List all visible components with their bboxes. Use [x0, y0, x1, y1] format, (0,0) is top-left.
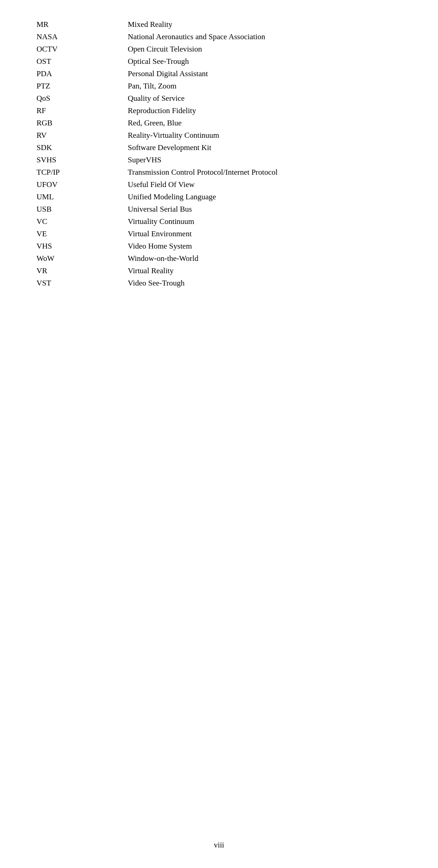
- table-row: RVReality-Virtuality Continuum: [36, 129, 402, 141]
- table-row: RGBRed, Green, Blue: [36, 117, 402, 129]
- table-row: VHSVideo Home System: [36, 240, 402, 252]
- acronym-abbr: VR: [36, 265, 128, 277]
- acronym-abbr: RV: [36, 129, 128, 141]
- table-row: UMLUnified Modeling Language: [36, 191, 402, 203]
- acronym-abbr: TCP/IP: [36, 166, 128, 178]
- acronym-definition: Useful Field Of View: [128, 178, 402, 191]
- acronym-definition: Universal Serial Bus: [128, 203, 402, 215]
- acronym-abbr: VE: [36, 228, 128, 240]
- table-row: RFReproduction Fidelity: [36, 104, 402, 117]
- acronym-abbr: UML: [36, 191, 128, 203]
- acronym-abbr: SVHS: [36, 154, 128, 166]
- acronym-definition: SuperVHS: [128, 154, 402, 166]
- acronym-abbr: PDA: [36, 68, 128, 80]
- acronym-abbr: VHS: [36, 240, 128, 252]
- acronym-definition: Pan, Tilt, Zoom: [128, 80, 402, 92]
- table-row: WoWWindow-on-the-World: [36, 252, 402, 265]
- table-row: SDKSoftware Development Kit: [36, 141, 402, 154]
- acronym-definition: Video See-Trough: [128, 277, 402, 289]
- acronym-abbr: VST: [36, 277, 128, 289]
- page-number: viii: [214, 841, 224, 850]
- table-row: UFOVUseful Field Of View: [36, 178, 402, 191]
- acronym-definition: Mixed Reality: [128, 18, 402, 31]
- acronym-definition: Virtuality Continuum: [128, 215, 402, 228]
- table-row: VRVirtual Reality: [36, 265, 402, 277]
- acronym-abbr: OST: [36, 55, 128, 68]
- acronym-abbr: PTZ: [36, 80, 128, 92]
- acronym-definition: Open Circuit Television: [128, 43, 402, 55]
- acronym-definition: Virtual Reality: [128, 265, 402, 277]
- acronym-definition: Optical See-Trough: [128, 55, 402, 68]
- acronym-abbr: RGB: [36, 117, 128, 129]
- table-row: VEVirtual Environment: [36, 228, 402, 240]
- acronym-abbr: RF: [36, 104, 128, 117]
- table-row: OCTVOpen Circuit Television: [36, 43, 402, 55]
- page-content: MRMixed RealityNASANational Aeronautics …: [0, 0, 438, 326]
- acronym-definition: Reality-Virtuality Continuum: [128, 129, 402, 141]
- acronym-abbr: WoW: [36, 252, 128, 265]
- acronym-abbr: UFOV: [36, 178, 128, 191]
- table-row: VSTVideo See-Trough: [36, 277, 402, 289]
- acronym-abbr: NASA: [36, 31, 128, 43]
- acronym-abbr: OCTV: [36, 43, 128, 55]
- acronym-definition: Transmission Control Protocol/Internet P…: [128, 166, 402, 178]
- table-row: PTZPan, Tilt, Zoom: [36, 80, 402, 92]
- acronym-definition: Quality of Service: [128, 92, 402, 104]
- acronym-definition: Window-on-the-World: [128, 252, 402, 265]
- table-row: SVHSSuperVHS: [36, 154, 402, 166]
- table-row: QoSQuality of Service: [36, 92, 402, 104]
- acronym-abbr: SDK: [36, 141, 128, 154]
- acronym-definition: Personal Digital Assistant: [128, 68, 402, 80]
- acronym-definition: Reproduction Fidelity: [128, 104, 402, 117]
- acronym-definition: Software Development Kit: [128, 141, 402, 154]
- acronym-definition: Video Home System: [128, 240, 402, 252]
- acronym-definition: National Aeronautics and Space Associati…: [128, 31, 402, 43]
- table-row: MRMixed Reality: [36, 18, 402, 31]
- table-row: USBUniversal Serial Bus: [36, 203, 402, 215]
- table-row: VCVirtuality Continuum: [36, 215, 402, 228]
- acronym-abbr: VC: [36, 215, 128, 228]
- acronym-abbr: USB: [36, 203, 128, 215]
- acronym-definition: Virtual Environment: [128, 228, 402, 240]
- table-row: OSTOptical See-Trough: [36, 55, 402, 68]
- table-row: PDAPersonal Digital Assistant: [36, 68, 402, 80]
- acronym-abbr: MR: [36, 18, 128, 31]
- acronym-abbr: QoS: [36, 92, 128, 104]
- table-row: TCP/IPTransmission Control Protocol/Inte…: [36, 166, 402, 178]
- acronym-definition: Unified Modeling Language: [128, 191, 402, 203]
- acronym-table: MRMixed RealityNASANational Aeronautics …: [36, 18, 402, 289]
- acronym-definition: Red, Green, Blue: [128, 117, 402, 129]
- table-row: NASANational Aeronautics and Space Assoc…: [36, 31, 402, 43]
